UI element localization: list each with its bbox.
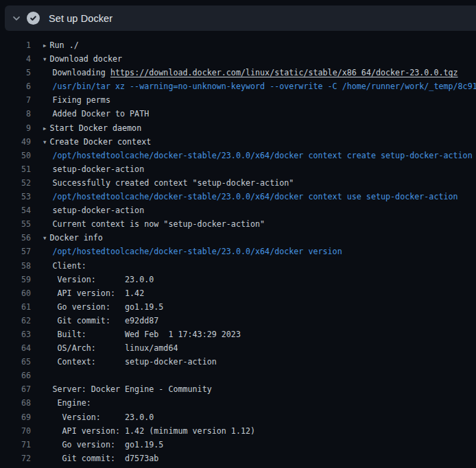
line-number[interactable]: 60 [0,286,31,300]
line-number[interactable]: 67 [0,382,31,396]
line-content[interactable]: ▼Download docker [31,52,122,66]
log-line: 8Added Docker to PATH [0,107,476,121]
log-text: Built: Wed Feb 1 17:43:29 2023 [53,330,241,339]
line-content: Server: Docker Engine - Community [31,382,212,396]
line-number[interactable]: 61 [0,300,31,314]
line-number[interactable]: 63 [0,328,31,341]
line-number[interactable]: 56 [0,231,31,245]
line-content: Go version: go1.19.5 [31,438,163,452]
line-number[interactable]: 7 [0,93,31,107]
chevron-collapsed-icon[interactable]: ▶ [43,39,50,52]
log-text: Go version: go1.19.5 [53,302,164,312]
line-content: API version: 1.42 [31,286,144,300]
line-content: Go version: go1.19.5 [31,300,163,314]
log-line: 65 Context: setup-docker-action [0,355,476,369]
line-number[interactable]: 70 [0,424,31,438]
line-content: Fixing perms [31,93,110,107]
line-number[interactable]: 57 [0,245,31,258]
log-text: API version: 1.42 (minimum version 1.12) [53,426,256,436]
log-line: 54setup-docker-action [0,204,476,217]
log-line: 71 Go version: go1.19.5 [0,438,476,452]
line-content: setup-docker-action [31,162,144,176]
line-content: OS/Arch: linux/amd64 [31,341,178,355]
log-text: Context: setup-docker-action [53,357,217,367]
line-number[interactable]: 66 [0,369,31,382]
line-number[interactable]: 52 [0,176,31,190]
line-number[interactable]: 5 [0,66,31,79]
line-content: Built: Wed Feb 1 17:43:29 2023 [31,328,241,341]
line-content[interactable]: ▼Docker info [31,231,103,245]
chevron-down-icon[interactable] [12,14,21,23]
log-line: 64 OS/Arch: linux/amd64 [0,341,476,355]
line-content: Successfully created context "setup-dock… [31,176,294,190]
chevron-expanded-icon[interactable]: ▼ [43,232,50,245]
log-line: 50/opt/hostedtoolcache/docker-stable/23.… [0,149,476,162]
log-line: 9▶Start Docker daemon [0,121,476,135]
log-line: 60 API version: 1.42 [0,286,476,300]
log-line: 49▼Create Docker context [0,135,476,149]
line-content[interactable]: ▶Start Docker daemon [31,121,141,135]
line-content [31,369,53,382]
log-text: Added Docker to PATH [53,109,150,119]
line-number[interactable]: 55 [0,217,31,231]
line-content[interactable]: ▶Run ./ [31,38,79,52]
step-header[interactable]: Set up Docker [5,5,476,31]
group-title: Docker info [50,233,103,243]
line-number[interactable]: 72 [0,452,31,465]
log-text: Engine: [53,398,91,408]
log-line: 72 Git commit: d7573ab [0,452,476,465]
line-number[interactable]: 53 [0,190,31,204]
line-number[interactable]: 1 [0,38,31,52]
log-line: 51setup-docker-action [0,162,476,176]
line-number[interactable]: 68 [0,396,31,410]
chevron-collapsed-icon[interactable]: ▶ [43,122,50,135]
log-text: Downloading [53,68,110,77]
line-content: /opt/hostedtoolcache/docker-stable/23.0.… [31,190,458,204]
line-number[interactable]: 65 [0,355,31,369]
log-line: 6/usr/bin/tar xz --warning=no-unknown-ke… [0,79,476,93]
log-text: Client: [53,261,86,271]
log-line: 52Successfully created context "setup-do… [0,176,476,190]
line-number[interactable]: 64 [0,341,31,355]
command-text: /usr/bin/tar xz --warning=no-unknown-key… [53,82,476,91]
log-text: API version: 1.42 [53,288,145,298]
log-line: 5Downloading https://download.docker.com… [0,66,476,79]
group-title: Run ./ [50,40,79,50]
line-content: Version: 23.0.0 [31,410,154,424]
command-text: /opt/hostedtoolcache/docker-stable/23.0.… [53,247,342,256]
line-number[interactable]: 51 [0,162,31,176]
log-text: Current context is now "setup-docker-act… [53,219,265,229]
line-content: Client: [31,259,86,273]
line-number[interactable]: 59 [0,273,31,286]
log-link[interactable]: https://download.docker.com/linux/static… [110,68,458,77]
line-content: Git commit: e92dd87 [31,314,158,328]
line-number[interactable]: 6 [0,79,31,93]
log-line: 58Client: [0,259,476,273]
line-number[interactable]: 49 [0,135,31,149]
line-content: /usr/bin/tar xz --warning=no-unknown-key… [31,79,476,93]
line-content: Current context is now "setup-docker-act… [31,217,265,231]
line-number[interactable]: 4 [0,52,31,66]
line-content: /opt/hostedtoolcache/docker-stable/23.0.… [31,245,342,258]
line-number[interactable]: 9 [0,121,31,135]
log-text: Go version: go1.19.5 [53,440,164,449]
log-lines: 1▶Run ./4▼Download docker5Downloading ht… [0,31,476,465]
line-number[interactable]: 58 [0,259,31,273]
group-title: Create Docker context [50,137,152,147]
line-number[interactable]: 62 [0,314,31,328]
log-text: Version: 23.0.0 [53,275,154,284]
line-content: Git commit: d7573ab [31,452,158,465]
log-line: 53/opt/hostedtoolcache/docker-stable/23.… [0,190,476,204]
log-line: 7Fixing perms [0,93,476,107]
log-line: 59 Version: 23.0.0 [0,273,476,286]
line-number[interactable]: 8 [0,107,31,121]
chevron-expanded-icon[interactable]: ▼ [43,53,50,66]
line-number[interactable]: 71 [0,438,31,452]
chevron-expanded-icon[interactable]: ▼ [43,136,50,149]
log-line: 56▼Docker info [0,231,476,245]
line-number[interactable]: 54 [0,204,31,217]
line-number[interactable]: 69 [0,410,31,424]
line-number[interactable]: 50 [0,149,31,162]
log-text: Version: 23.0.0 [53,412,154,422]
line-content[interactable]: ▼Create Docker context [31,135,151,149]
